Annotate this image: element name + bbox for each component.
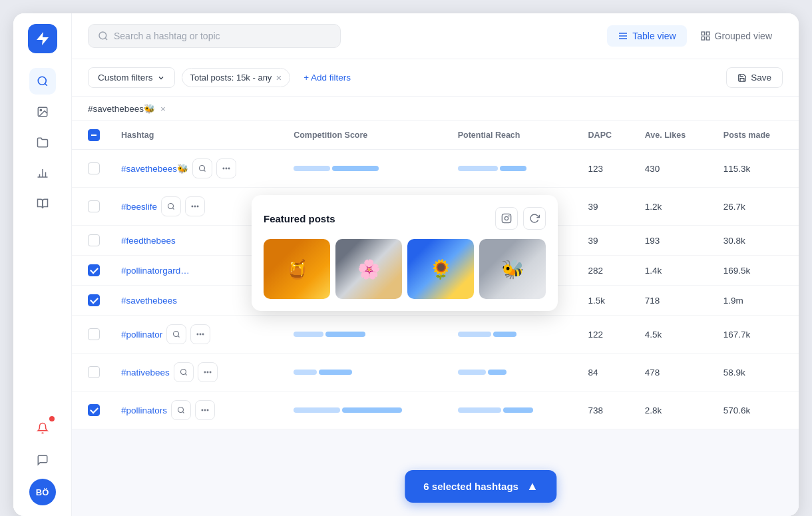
- topic-tag: #savethebees🐝 ×: [88, 103, 166, 114]
- hashtag-search-button[interactable]: [192, 158, 212, 178]
- sidebar-item-folder[interactable]: [29, 129, 56, 156]
- refresh-icon: [529, 213, 540, 224]
- row-checkbox[interactable]: [88, 404, 100, 416]
- row-posts-made: 115.3k: [713, 150, 799, 188]
- hashtag-link[interactable]: #savethebees🐝: [121, 163, 188, 174]
- table-row: #savethebees🐝123430115.3k: [72, 150, 799, 188]
- svg-rect-35: [502, 214, 510, 222]
- instagram-icon: [501, 213, 512, 224]
- row-ave-likes: 193: [634, 226, 713, 256]
- row-dapc: 84: [578, 354, 634, 391]
- svg-point-28: [204, 372, 206, 373]
- hashtag-more-button[interactable]: [190, 324, 210, 344]
- remove-topic-button[interactable]: ×: [160, 104, 166, 114]
- notification-dot: [49, 416, 55, 421]
- hashtag-link[interactable]: #nativebees: [121, 368, 170, 378]
- row-competition: [283, 150, 447, 188]
- svg-point-36: [505, 216, 508, 220]
- featured-image-4[interactable]: 🐝: [479, 239, 546, 299]
- popup-title: Featured posts: [264, 213, 335, 224]
- sidebar-item-search[interactable]: [29, 68, 56, 95]
- sidebar-item-book[interactable]: [29, 190, 56, 217]
- row-checkbox[interactable]: [88, 264, 100, 276]
- hashtag-link[interactable]: #savethebees: [121, 296, 177, 306]
- chevron-down-icon: [157, 74, 165, 82]
- refresh-button[interactable]: [523, 207, 546, 230]
- featured-image-2[interactable]: 🌸: [335, 239, 402, 299]
- row-checkbox[interactable]: [88, 162, 100, 174]
- hashtag-link[interactable]: #pollinatorgard…: [121, 266, 190, 276]
- svg-point-7: [99, 32, 106, 39]
- row-checkbox[interactable]: [88, 294, 100, 306]
- user-avatar[interactable]: BÖ: [29, 479, 56, 505]
- sunflower-img: 🌻: [407, 239, 474, 299]
- hashtag-link[interactable]: #beeslife: [121, 202, 157, 212]
- select-all-checkbox[interactable]: [88, 129, 100, 141]
- row-competition: [283, 391, 447, 429]
- row-checkbox[interactable]: [88, 234, 100, 246]
- featured-posts-popup: Featured posts: [252, 195, 558, 311]
- sidebar-item-chart[interactable]: [29, 160, 56, 186]
- popup-actions: [495, 207, 546, 230]
- row-posts-made: 58.9k: [713, 354, 799, 391]
- svg-point-22: [197, 206, 198, 207]
- hashtag-search-button[interactable]: [161, 196, 181, 216]
- svg-point-24: [197, 334, 198, 335]
- featured-image-3[interactable]: 🌻: [407, 239, 474, 299]
- hashtag-link[interactable]: #pollinators: [121, 405, 167, 415]
- col-hashtag: Hashtag: [110, 121, 283, 150]
- search-box[interactable]: Search a hashtag or topic: [88, 24, 341, 48]
- custom-filters-button[interactable]: Custom filters: [88, 67, 175, 88]
- row-checkbox[interactable]: [88, 366, 100, 378]
- featured-image-1[interactable]: 🍯: [264, 239, 330, 299]
- row-posts-made: 26.7k: [713, 188, 799, 226]
- svg-rect-13: [702, 37, 705, 40]
- row-ave-likes: 718: [634, 286, 713, 316]
- svg-rect-12: [706, 32, 710, 35]
- row-reach: [447, 391, 578, 429]
- row-checkbox[interactable]: [88, 328, 100, 340]
- row-checkbox[interactable]: [88, 200, 100, 212]
- sidebar-item-alert[interactable]: [29, 415, 56, 441]
- row-competition: [283, 316, 447, 354]
- sidebar: BÖ: [13, 13, 72, 516]
- grouped-view-button[interactable]: Grouped view: [690, 25, 783, 47]
- filterbar: Custom filters Total posts: 15k - any × …: [72, 59, 799, 97]
- svg-point-16: [223, 168, 224, 169]
- hashtag-more-button[interactable]: [195, 400, 215, 420]
- hashtag-link[interactable]: #pollinator: [121, 330, 162, 340]
- instagram-button[interactable]: [495, 207, 518, 230]
- table-row: #pollinators7382.8k570.6k: [72, 391, 799, 429]
- row-posts-made: 167.7k: [713, 316, 799, 354]
- sidebar-item-image[interactable]: [29, 99, 56, 125]
- save-button[interactable]: Save: [726, 67, 783, 88]
- row-dapc: 1.5k: [578, 286, 634, 316]
- row-dapc: 282: [578, 256, 634, 286]
- topbar: Search a hashtag or topic Table view Gro…: [72, 13, 799, 59]
- row-reach: [447, 150, 578, 188]
- row-dapc: 122: [578, 316, 634, 354]
- svg-point-17: [226, 168, 227, 169]
- hashtag-search-button[interactable]: [166, 324, 186, 344]
- remove-chip-button[interactable]: ×: [276, 73, 282, 83]
- sidebar-item-message[interactable]: [29, 447, 56, 473]
- hashtag-more-button[interactable]: [185, 196, 205, 216]
- row-dapc: 123: [578, 150, 634, 188]
- hashtag-link[interactable]: #feedthebees: [121, 236, 176, 246]
- app-logo[interactable]: [28, 24, 57, 53]
- total-posts-chip[interactable]: Total posts: 15k - any ×: [182, 68, 291, 87]
- hashtag-search-button[interactable]: [174, 362, 194, 382]
- table-row: #nativebees8447858.9k: [72, 354, 799, 391]
- hashtag-search-button[interactable]: [171, 400, 191, 420]
- flower-img: 🌸: [335, 239, 402, 299]
- row-hashtag: #pollinators: [110, 391, 283, 429]
- row-dapc: 39: [578, 226, 634, 256]
- add-filters-button[interactable]: + Add filters: [297, 68, 357, 87]
- col-posts-made: Posts made: [713, 121, 799, 150]
- search-icon: [98, 31, 108, 41]
- hashtag-more-button[interactable]: [198, 362, 218, 382]
- row-hashtag: #savethebees🐝: [110, 150, 283, 188]
- hashtag-more-button[interactable]: [216, 158, 236, 178]
- table-view-button[interactable]: Table view: [607, 25, 686, 47]
- selected-hashtags-bar[interactable]: 6 selected hashtags ▲: [405, 470, 556, 503]
